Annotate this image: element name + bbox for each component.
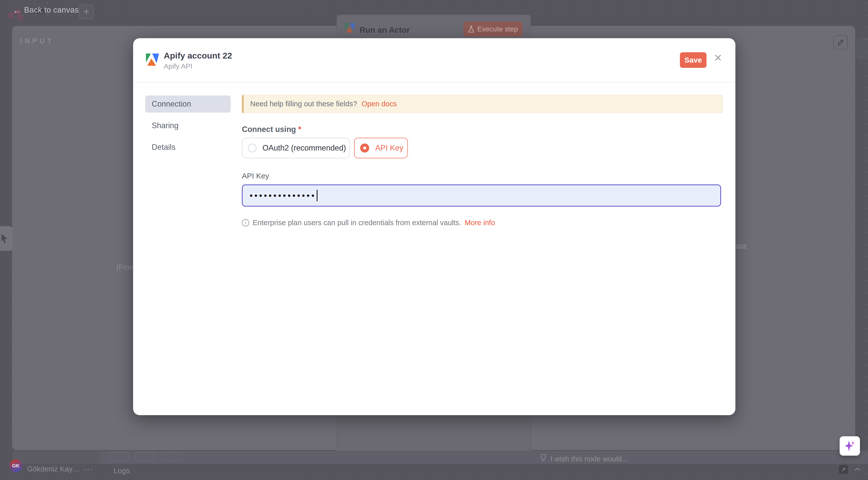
- app-root: n8n ← Back to canvas + INPUT (From ata R…: [0, 0, 868, 480]
- execute-step-label: Execute step: [477, 25, 518, 33]
- logs-panel-header: [100, 451, 868, 464]
- popout-icon[interactable]: ↗: [839, 465, 848, 474]
- node-feedback-input[interactable]: I wish this node would...: [551, 455, 628, 463]
- credential-subtitle: Apify API: [164, 62, 192, 70]
- add-tab-button[interactable]: +: [79, 4, 94, 19]
- radio-selected-icon[interactable]: [360, 144, 369, 153]
- sparkle-icon: [844, 440, 856, 452]
- ai-assistant-button[interactable]: [840, 436, 860, 456]
- user-menu-dots[interactable]: ···: [83, 464, 93, 474]
- connect-using-text: Connect using: [242, 125, 296, 134]
- cursor-icon: [0, 234, 9, 243]
- user-name[interactable]: Gökdeniz Kay…: [27, 465, 80, 473]
- option-oauth2[interactable]: OAuth2 (recommended): [242, 138, 350, 158]
- canvas-node-partial: [857, 38, 868, 59]
- credential-title: Apify account 22: [164, 51, 232, 61]
- pencil-icon: [837, 38, 845, 47]
- required-asterisk: *: [298, 125, 301, 134]
- footnote-text: Enterprise plan users can pull in creden…: [253, 219, 461, 227]
- back-arrow-icon[interactable]: ←: [12, 5, 22, 16]
- radio-unselected-icon[interactable]: [248, 144, 256, 152]
- apify-node-icon: [345, 23, 355, 34]
- open-docs-link[interactable]: Open docs: [362, 100, 397, 108]
- user-avatar[interactable]: GK: [9, 459, 22, 472]
- back-to-canvas-button[interactable]: Back to canvas: [24, 5, 79, 14]
- help-banner: Need help filling out these fields? Open…: [242, 95, 722, 113]
- credential-modal: Apify account 22 Apify API Save ✕ Connec…: [133, 38, 735, 415]
- option-api-key-label: API Key: [375, 144, 403, 153]
- more-info-link[interactable]: More info: [465, 219, 495, 227]
- lightbulb-icon: [539, 453, 547, 462]
- save-button[interactable]: Save: [680, 52, 707, 68]
- output-hint-text: ata: [736, 242, 746, 250]
- option-api-key[interactable]: API Key: [354, 138, 408, 158]
- close-icon[interactable]: ✕: [714, 53, 722, 63]
- edit-output-button[interactable]: [833, 35, 848, 50]
- chevron-up-icon[interactable]: [854, 467, 861, 472]
- trigger-node-partial: [0, 226, 12, 251]
- tab-details[interactable]: Details: [145, 139, 231, 156]
- text-caret: [317, 190, 317, 201]
- header-divider: [133, 82, 735, 83]
- tab-connection[interactable]: Connection: [145, 95, 231, 113]
- connect-using-label: Connect using *: [242, 125, 301, 134]
- node-title: Run an Actor: [360, 25, 410, 35]
- apify-logo: [145, 53, 160, 67]
- option-oauth2-label: OAuth2 (recommended): [262, 144, 346, 153]
- info-icon: i: [242, 219, 249, 227]
- masked-api-key-value: ••••••••••••••: [250, 191, 316, 200]
- enterprise-footnote: i Enterprise plan users can pull in cred…: [242, 219, 495, 227]
- tab-sharing[interactable]: Sharing: [145, 117, 231, 134]
- logs-label[interactable]: Logs: [114, 467, 130, 475]
- api-key-input[interactable]: ••••••••••••••: [242, 184, 721, 207]
- help-banner-text: Need help filling out these fields?: [250, 100, 357, 108]
- logs-toolbar-button[interactable]: [162, 452, 182, 461]
- logs-toolbar-button[interactable]: [109, 452, 129, 461]
- input-source-text: (From: [116, 263, 135, 271]
- api-key-label: API Key: [242, 172, 269, 180]
- execute-step-button[interactable]: Execute step: [463, 22, 522, 37]
- input-panel-label: INPUT: [20, 37, 54, 45]
- logs-toolbar-button[interactable]: [135, 452, 155, 461]
- flask-icon: [468, 26, 474, 33]
